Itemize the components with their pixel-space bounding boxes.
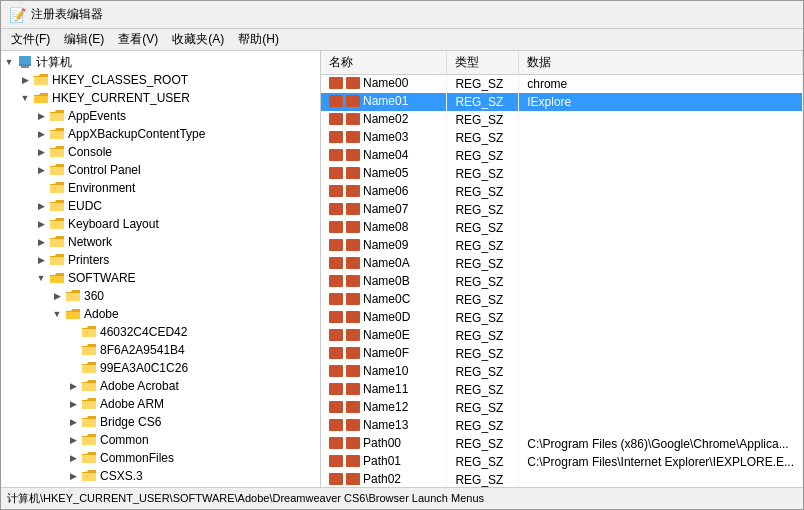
table-row[interactable]: Name08REG_SZ	[321, 219, 803, 237]
tree-expander-software[interactable]	[33, 270, 49, 286]
table-row[interactable]: Name02REG_SZ	[321, 111, 803, 129]
table-row[interactable]: Name0DREG_SZ	[321, 309, 803, 327]
table-row[interactable]: Name09REG_SZ	[321, 237, 803, 255]
cell-name: Name03	[321, 129, 447, 147]
tree-expander-adobearm[interactable]	[65, 396, 81, 412]
tree-item-adobe[interactable]: Adobe	[1, 305, 320, 323]
cell-type: REG_SZ	[447, 291, 519, 309]
table-row[interactable]: Name0EREG_SZ	[321, 327, 803, 345]
col-header-data[interactable]: 数据	[519, 51, 803, 75]
table-row[interactable]: Path00REG_SZC:\Program Files (x86)\Googl…	[321, 435, 803, 453]
registry-tree-pane[interactable]: 计算机HKEY_CLASSES_ROOTHKEY_CURRENT_USERApp…	[1, 51, 321, 487]
registry-values-pane[interactable]: 名称 类型 数据 Name00REG_SZchromeName01REG_SZI…	[321, 51, 803, 487]
table-row[interactable]: Name10REG_SZ	[321, 363, 803, 381]
table-row[interactable]: Name0CREG_SZ	[321, 291, 803, 309]
folder-icon	[49, 199, 65, 213]
table-row[interactable]: Name05REG_SZ	[321, 165, 803, 183]
reg-type-icon	[346, 365, 360, 377]
tree-expander-csxs3[interactable]	[65, 468, 81, 484]
tree-label-adobe: Adobe	[84, 307, 119, 321]
tree-item-hkey_classes_root[interactable]: HKEY_CLASSES_ROOT	[1, 71, 320, 89]
table-row[interactable]: Name04REG_SZ	[321, 147, 803, 165]
tree-item-bridgecs6[interactable]: Bridge CS6	[1, 413, 320, 431]
table-row[interactable]: Name13REG_SZ	[321, 417, 803, 435]
tree-label-network: Network	[68, 235, 112, 249]
tree-item-software[interactable]: SOFTWARE	[1, 269, 320, 287]
menu-help[interactable]: 帮助(H)	[232, 29, 285, 50]
reg-type-icon	[346, 221, 360, 233]
tree-expander-controlpanel[interactable]	[33, 162, 49, 178]
tree-item-hkey_current_user[interactable]: HKEY_CURRENT_USER	[1, 89, 320, 107]
table-row[interactable]: Name03REG_SZ	[321, 129, 803, 147]
table-header-row: 名称 类型 数据	[321, 51, 803, 75]
menu-file[interactable]: 文件(F)	[5, 29, 56, 50]
tree-item-360[interactable]: 360	[1, 287, 320, 305]
tree-expander-acrobat[interactable]	[65, 378, 81, 394]
tree-expander-network[interactable]	[33, 234, 49, 250]
table-row[interactable]: Name11REG_SZ	[321, 381, 803, 399]
tree-expander-computer[interactable]	[1, 54, 17, 70]
cell-data	[519, 255, 803, 273]
table-row[interactable]: Name12REG_SZ	[321, 399, 803, 417]
tree-expander-keyboard[interactable]	[33, 216, 49, 232]
tree-expander-bridgecs6[interactable]	[65, 414, 81, 430]
tree-item-controlpanel[interactable]: Control Panel	[1, 161, 320, 179]
table-row[interactable]: Name07REG_SZ	[321, 201, 803, 219]
tree-item-keyboard[interactable]: Keyboard Layout	[1, 215, 320, 233]
tree-expander-printers[interactable]	[33, 252, 49, 268]
menu-favorites[interactable]: 收藏夹(A)	[166, 29, 230, 50]
tree-label-360: 360	[84, 289, 104, 303]
col-header-type[interactable]: 类型	[447, 51, 519, 75]
tree-item-commonfiles[interactable]: CommonFiles	[1, 449, 320, 467]
tree-item-computer[interactable]: 计算机	[1, 53, 320, 71]
cell-type: REG_SZ	[447, 183, 519, 201]
tree-expander-eudc[interactable]	[33, 198, 49, 214]
tree-expander-common[interactable]	[65, 432, 81, 448]
reg-value-icon: Path00	[329, 436, 401, 450]
tree-item-acrobat[interactable]: Adobe Acrobat	[1, 377, 320, 395]
tree-item-common[interactable]: Common	[1, 431, 320, 449]
tree-expander-hkey_classes_root[interactable]	[17, 72, 33, 88]
tree-item-environment[interactable]: Environment	[1, 179, 320, 197]
tree-expander-appxbackup[interactable]	[33, 126, 49, 142]
menu-edit[interactable]: 编辑(E)	[58, 29, 110, 50]
tree-expander-360[interactable]	[49, 288, 65, 304]
tree-item-a3[interactable]: 99EA3A0C1C26	[1, 359, 320, 377]
tree-item-a1[interactable]: 46032C4CED42	[1, 323, 320, 341]
tree-item-appxbackup[interactable]: AppXBackupContentType	[1, 125, 320, 143]
menu-view[interactable]: 查看(V)	[112, 29, 164, 50]
table-row[interactable]: Path01REG_SZC:\Program Files\Internet Ex…	[321, 453, 803, 471]
table-row[interactable]: Name00REG_SZchrome	[321, 75, 803, 94]
tree-item-eudc[interactable]: EUDC	[1, 197, 320, 215]
tree-expander-commonfiles[interactable]	[65, 450, 81, 466]
tree-expander-hkey_current_user[interactable]	[17, 90, 33, 106]
tree-expander-console[interactable]	[33, 144, 49, 160]
tree-item-console[interactable]: Console	[1, 143, 320, 161]
tree-item-appevents[interactable]: AppEvents	[1, 107, 320, 125]
tree-expander-adobe[interactable]	[49, 306, 65, 322]
table-row[interactable]: Name0BREG_SZ	[321, 273, 803, 291]
cell-type: REG_SZ	[447, 453, 519, 471]
tree-item-adobearm[interactable]: Adobe ARM	[1, 395, 320, 413]
cell-name: Name05	[321, 165, 447, 183]
cell-type: REG_SZ	[447, 327, 519, 345]
reg-type-icon	[346, 113, 360, 125]
table-row[interactable]: Path02REG_SZ	[321, 471, 803, 487]
table-row[interactable]: Name01REG_SZIExplore	[321, 93, 803, 111]
tree-label-appevents: AppEvents	[68, 109, 126, 123]
tree-item-a2[interactable]: 8F6A2A9541B4	[1, 341, 320, 359]
cell-data	[519, 291, 803, 309]
tree-expander-appevents[interactable]	[33, 108, 49, 124]
folder-icon	[49, 127, 65, 141]
table-row[interactable]: Name06REG_SZ	[321, 183, 803, 201]
reg-type-icon	[346, 239, 360, 251]
tree-item-printers[interactable]: Printers	[1, 251, 320, 269]
tree-item-csxs3[interactable]: CSXS.3	[1, 467, 320, 485]
col-header-name[interactable]: 名称	[321, 51, 447, 75]
cell-name: Path01	[321, 453, 447, 471]
table-row[interactable]: Name0AREG_SZ	[321, 255, 803, 273]
tree-item-network[interactable]: Network	[1, 233, 320, 251]
cell-name: Name0C	[321, 291, 447, 309]
reg-type-icon	[346, 131, 360, 143]
table-row[interactable]: Name0FREG_SZ	[321, 345, 803, 363]
